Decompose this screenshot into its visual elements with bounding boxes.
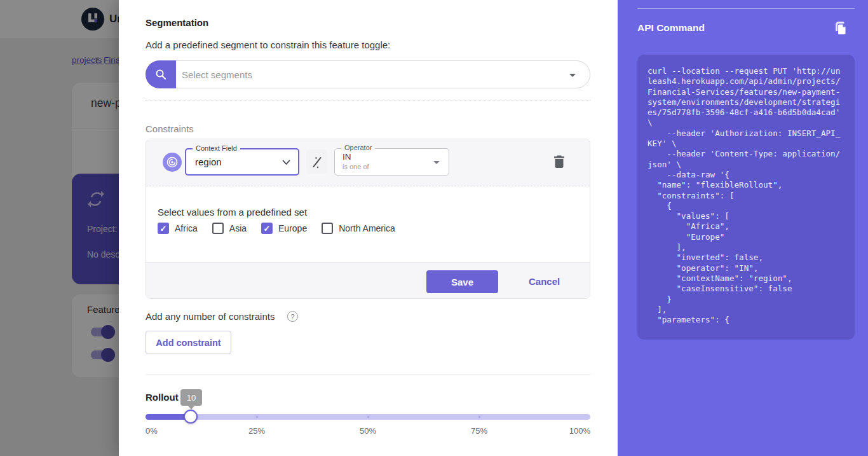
checkbox-europe[interactable]: ✓ Europe [261, 223, 307, 234]
chevron-down-icon [282, 160, 290, 165]
tick-label-50: 50% [349, 426, 387, 436]
dotted-divider [146, 100, 590, 100]
operator-select[interactable]: Operator IN is one of [334, 148, 449, 176]
slider-tick [478, 416, 480, 418]
checkbox-unchecked-icon[interactable] [212, 223, 224, 234]
checkbox-checked-icon[interactable]: ✓ [261, 223, 273, 234]
chevron-down-icon [433, 161, 440, 164]
save-button[interactable]: Save [426, 270, 498, 293]
checkbox-label: Africa [175, 223, 198, 233]
checkbox-checked-icon[interactable]: ✓ [158, 223, 169, 234]
checkbox-africa[interactable]: ✓ Africa [158, 223, 198, 234]
context-target-icon [163, 153, 182, 172]
negate-constraint-button[interactable] [306, 149, 327, 174]
checkbox-label: North America [339, 223, 395, 233]
context-field-select[interactable]: Context Field region [185, 148, 299, 176]
constraints-label: Constraints [146, 123, 194, 134]
context-field-label: Context Field [193, 144, 240, 152]
strikethrough-icon [310, 155, 324, 169]
search-button[interactable] [146, 60, 176, 88]
values-title: Select values from a predefined set [158, 207, 307, 218]
tooltip-pointer [187, 405, 195, 410]
slider-tick [256, 416, 258, 418]
delete-constraint-button[interactable] [553, 155, 567, 170]
cancel-button[interactable]: Cancel [529, 276, 560, 287]
segments-placeholder: Select segments [182, 69, 252, 80]
constraint-footer: Save Cancel [146, 262, 590, 299]
add-constraint-button[interactable]: Add constraint [146, 331, 231, 354]
panel-top-divider [637, 8, 855, 9]
copy-icon [832, 20, 848, 36]
constraint-header: Context Field region Operator IN is one … [146, 139, 590, 186]
curl-command-block: curl --location --request PUT 'http://un… [637, 55, 855, 340]
search-icon [154, 68, 167, 81]
trash-icon [553, 155, 566, 169]
help-icon[interactable]: ? [287, 311, 298, 322]
tick-label-75: 75% [460, 426, 498, 436]
slider-tick [367, 416, 369, 418]
context-field-value: region [195, 156, 222, 167]
checkbox-unchecked-icon[interactable] [322, 223, 333, 234]
checkbox-asia[interactable]: Asia [212, 223, 247, 234]
tick-label-100: 100% [552, 426, 590, 436]
curl-command-text: curl --location --request PUT 'http://un… [648, 66, 844, 325]
add-constraints-hint: Add any number of constraints [146, 311, 275, 322]
rollout-label: Rollout [146, 392, 179, 403]
values-checkbox-row: ✓ Africa Asia ✓ Europe North America [158, 223, 395, 234]
rollout-slider-thumb[interactable] [184, 410, 198, 424]
constraint-values-section: Select values from a predefined set ✓ Af… [146, 186, 590, 262]
rollout-value-tooltip: 10 [180, 389, 202, 406]
chevron-down-icon[interactable] [569, 74, 576, 77]
screen: Unleash projects / Financial-Services ne… [0, 0, 868, 456]
operator-value: IN [342, 152, 351, 162]
checkbox-north-america[interactable]: North America [322, 223, 395, 234]
operator-label: Operator [341, 144, 375, 151]
checkbox-label: Asia [229, 223, 247, 233]
section-divider [146, 374, 590, 375]
operator-description: is one of [342, 163, 369, 170]
segmentation-title: Segmentation [146, 17, 208, 28]
tick-label-25: 25% [238, 426, 276, 436]
select-segments-input[interactable]: Select segments [146, 60, 590, 88]
api-command-title: API Command [637, 22, 705, 34]
checkbox-label: Europe [278, 223, 307, 233]
copy-command-button[interactable] [832, 20, 848, 36]
segmentation-subtitle: Add a predefined segment to constrain th… [146, 39, 390, 50]
tick-label-0: 0% [146, 426, 184, 436]
constraint-card: Context Field region Operator IN is one … [146, 139, 590, 299]
